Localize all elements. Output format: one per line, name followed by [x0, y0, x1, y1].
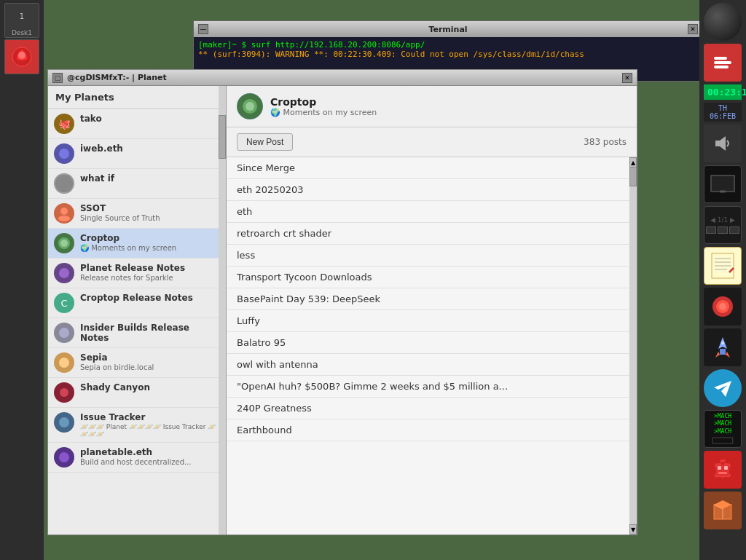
right-icon-tool1[interactable] — [704, 44, 742, 82]
right-icon-telegram[interactable] — [704, 369, 742, 407]
avatar-shady — [54, 382, 74, 403]
post-item[interactable]: BasePaint Day 539: DeepSeek — [227, 288, 629, 310]
svg-point-8 — [60, 208, 68, 215]
sidebar-item-iweb[interactable]: iweb.eth — [48, 139, 226, 169]
svg-point-29 — [246, 102, 254, 111]
sidebar-item-croptop[interactable]: Croptop 🌍 Moments on my screen — [48, 229, 226, 259]
sidebar-item-insider[interactable]: Insider Builds Release Notes — [48, 318, 226, 348]
sidebar-item-sepia[interactable]: Sepia Sepia on birdie.local — [48, 348, 226, 378]
sidebar-issue-sub: 🪐🪐🪐 Planet 🪐🪐🪐🪐 Issue Tracker 🪐🪐🪐🪐 — [80, 423, 220, 438]
right-icon-arrows[interactable]: ◀ 1/1 ▶ — [704, 206, 742, 244]
sidebar-item-tako[interactable]: 🐙 tako — [48, 109, 226, 139]
sidebar-item-planetable[interactable]: planetable.eth Build and host decentrali… — [48, 443, 226, 473]
post-item[interactable]: Transport Tycoon Downloads — [227, 267, 629, 288]
planet-close-button[interactable]: ✕ — [622, 73, 632, 83]
avatar-sepia — [54, 352, 74, 373]
sidebar-ssot-text: SSOT Single Source of Truth — [80, 203, 220, 222]
sidebar-scrollbar-thumb[interactable] — [219, 115, 226, 159]
posts-scrollbar[interactable]: ▼ ▲ — [629, 157, 637, 535]
right-icon-robot[interactable] — [704, 451, 742, 489]
right-icon-orb[interactable] — [704, 3, 742, 41]
sidebar-croptop-sub: 🌍 Moments on my screen — [80, 244, 220, 252]
nav-arrows: ◀ 1/1 ▶ — [710, 216, 735, 224]
content-avatar — [237, 93, 263, 119]
svg-point-12 — [60, 240, 68, 247]
desk1-button[interactable]: 1 Desk1 — [4, 3, 39, 38]
right-icon-screen[interactable] — [704, 165, 742, 203]
sidebar-insider-name: Insider Builds Release Notes — [80, 323, 220, 343]
svg-rect-52 — [715, 464, 730, 477]
sidebar-item-issue[interactable]: Issue Tracker 🪐🪐🪐 Planet 🪐🪐🪐🪐 Issue Trac… — [48, 408, 226, 443]
sidebar-what-text: what if — [80, 173, 220, 184]
content-toolbar: New Post 383 posts — [227, 127, 637, 157]
sidebar-item-what[interactable]: what if — [48, 169, 226, 199]
right-icon-box[interactable] — [704, 492, 742, 529]
post-item[interactable]: Since Merge — [227, 157, 629, 179]
sidebar-item-shady[interactable]: Shady Canyon — [48, 378, 226, 408]
post-item[interactable]: eth — [227, 201, 629, 223]
sidebar-tako-text: tako — [80, 114, 220, 124]
sidebar-item-planet-rn[interactable]: Planet Release Notes Release notes for S… — [48, 259, 226, 288]
avatar-issue — [54, 412, 74, 433]
post-item[interactable]: owl with antenna — [227, 354, 629, 376]
planet-minimize-button[interactable]: □ — [52, 73, 63, 83]
terminal-title: Terminal — [213, 25, 683, 34]
avatar-planetable — [54, 447, 74, 468]
right-icon-planet[interactable] — [704, 288, 742, 326]
sidebar-header: My Planets — [48, 86, 226, 109]
sidebar-issue-name: Issue Tracker — [80, 412, 220, 422]
svg-rect-32 — [714, 66, 729, 68]
post-item[interactable]: Earthbound — [227, 419, 629, 441]
svg-point-9 — [58, 216, 70, 221]
terminal-minimize-button[interactable]: — — [198, 24, 208, 34]
new-post-button[interactable]: New Post — [237, 133, 293, 151]
date-display: TH 06:FEB — [704, 103, 742, 122]
svg-point-14 — [59, 268, 69, 278]
avatar-what — [54, 173, 74, 194]
svg-marker-33 — [715, 136, 726, 151]
sidebar-planet-rn-text: Planet Release Notes Release notes for S… — [80, 263, 220, 282]
post-item[interactable]: 240P Greatness — [227, 398, 629, 419]
right-icon-rocket[interactable] — [704, 328, 742, 366]
post-item[interactable]: Luffy — [227, 310, 629, 332]
svg-rect-35 — [712, 176, 734, 191]
sidebar-planet-rn-name: Planet Release Notes — [80, 263, 220, 273]
svg-point-26 — [59, 452, 69, 462]
content-title: Croptop — [270, 96, 627, 108]
avatar-tako: 🐙 — [54, 114, 74, 134]
content-title-area: Croptop 🌍 Moments on my screen — [270, 96, 627, 117]
svg-rect-60 — [717, 477, 721, 483]
post-item[interactable]: retroarch crt shader — [227, 223, 629, 245]
sidebar-issue-text: Issue Tracker 🪐🪐🪐 Planet 🪐🪐🪐🪐 Issue Trac… — [80, 412, 220, 438]
sidebar-scrollbar[interactable] — [219, 86, 226, 535]
app-button[interactable] — [4, 39, 39, 74]
sidebar-sepia-name: Sepia — [80, 352, 220, 363]
avatar-croptop — [54, 233, 74, 253]
right-icon-terminal2[interactable]: >MACH >MACH >MACH — [704, 410, 742, 448]
post-item[interactable]: eth 20250203 — [227, 179, 629, 201]
sidebar-croptop-text: Croptop 🌍 Moments on my screen — [80, 233, 220, 252]
sidebar-planetable-sub: Build and host decentralized... — [80, 458, 220, 466]
avatar-insider — [54, 323, 74, 343]
right-icon-vol[interactable] — [704, 125, 742, 162]
svg-rect-30 — [714, 61, 731, 64]
terminal-close-button[interactable]: ✕ — [688, 24, 698, 34]
svg-rect-58 — [712, 467, 716, 474]
nav-left[interactable] — [706, 226, 716, 234]
sidebar-item-ssot[interactable]: SSOT Single Source of Truth — [48, 199, 226, 229]
posts-scrollbar-down[interactable]: ▼ — [629, 524, 637, 535]
content-subtitle: 🌍 Moments on my screen — [270, 108, 627, 117]
avatar-iweb — [54, 143, 74, 164]
svg-rect-51 — [713, 438, 732, 443]
right-icon-notes[interactable] — [704, 247, 742, 285]
posts-scrollbar-up[interactable]: ▲ — [629, 157, 637, 167]
main-content: Croptop 🌍 Moments on my screen New Post … — [227, 86, 637, 535]
sidebar-item-croptop-rn[interactable]: C Croptop Release Notes — [48, 288, 226, 318]
nav-mid[interactable] — [718, 226, 728, 234]
post-item[interactable]: "OpenAI huh? $500B? Gimme 2 weeks and $5… — [227, 376, 629, 398]
planet-content: My Planets 🐙 tako iweb.eth — [48, 86, 637, 535]
nav-right[interactable] — [729, 226, 739, 234]
post-item[interactable]: Balatro 95 — [227, 332, 629, 354]
post-count: 383 posts — [584, 137, 627, 147]
post-item[interactable]: less — [227, 245, 629, 267]
